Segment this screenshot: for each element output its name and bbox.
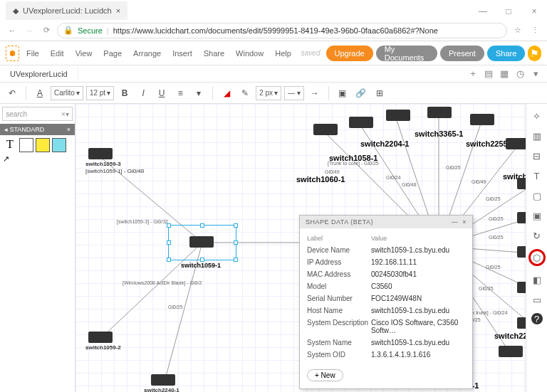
- node-spoke[interactable]: [517, 178, 526, 189]
- panel-minimize-icon[interactable]: —: [452, 218, 459, 226]
- nav-back-icon[interactable]: ←: [6, 26, 19, 35]
- upgrade-button[interactable]: Upgrade: [326, 46, 373, 61]
- node-spoke[interactable]: [517, 212, 526, 223]
- window-minimize-icon[interactable]: —: [470, 3, 496, 20]
- panel-close-icon[interactable]: ×: [462, 218, 467, 226]
- node-switch1059-1[interactable]: [189, 236, 214, 248]
- undo-icon[interactable]: ↶: [4, 85, 20, 101]
- menu-insert[interactable]: Insert: [168, 46, 197, 60]
- page-icon[interactable]: ▢: [531, 189, 543, 202]
- menu-window[interactable]: Window: [231, 46, 268, 60]
- comments-icon[interactable]: ⊟: [531, 149, 543, 162]
- add-page-icon[interactable]: +: [467, 68, 479, 79]
- node-spoke[interactable]: [517, 317, 526, 329]
- node-switch1059-2[interactable]: [88, 332, 113, 343]
- linestyle-select[interactable]: — ▾: [284, 86, 304, 100]
- shape-text[interactable]: T: [3, 138, 17, 152]
- url-text: https://www.lucidchart.com/documents/edi…: [113, 26, 438, 35]
- menu-arrange[interactable]: Arrange: [129, 46, 165, 60]
- shape-data-icon[interactable]: ⬡: [528, 249, 546, 266]
- menu-help[interactable]: Help: [271, 46, 296, 60]
- layout-icon[interactable]: ▣: [335, 85, 350, 101]
- text-panel-icon[interactable]: T: [531, 169, 543, 182]
- window-close-icon[interactable]: ×: [521, 3, 547, 20]
- window-maximize-icon[interactable]: □: [496, 3, 521, 20]
- panel-header[interactable]: SHAPE DATA (BETA) — ×: [300, 216, 472, 228]
- page-settings-icon[interactable]: ▥: [531, 129, 543, 142]
- shape-data-panel[interactable]: SHAPE DATA (BETA) — × LabelValue Device …: [299, 215, 473, 389]
- menu-file[interactable]: File: [22, 46, 43, 60]
- tab-close-icon[interactable]: ×: [116, 6, 120, 15]
- node-spoke[interactable]: [499, 346, 523, 357]
- menu-share[interactable]: Share: [199, 46, 229, 60]
- address-bar[interactable]: 🔒 Secure | https://www.lucidchart.com/do…: [57, 23, 507, 38]
- actions-icon[interactable]: ◧: [531, 273, 543, 286]
- tab-title: UVexplorerLucid: Lucidch: [23, 6, 112, 15]
- present-icon[interactable]: ▭: [531, 293, 543, 306]
- panel-close-icon[interactable]: ×: [67, 126, 71, 133]
- font-select[interactable]: Carlito ▾: [51, 86, 83, 100]
- data-row: Serial NumberFOC1249W48N: [307, 292, 465, 304]
- notifications-button[interactable]: ⚑: [528, 46, 541, 61]
- node-spoke[interactable]: [506, 138, 526, 149]
- data-row: IP Address192.168.11.11: [307, 256, 465, 268]
- node-spoke[interactable]: [517, 246, 526, 258]
- shape-block[interactable]: [52, 138, 66, 152]
- bold-icon[interactable]: B: [117, 85, 132, 101]
- node-spoke[interactable]: [313, 124, 338, 135]
- history-icon[interactable]: ↻: [531, 229, 543, 242]
- app-logo-icon[interactable]: [6, 46, 19, 61]
- saved-indicator: saved: [301, 49, 321, 57]
- arrow-icon[interactable]: →: [307, 85, 323, 101]
- data-row: MAC Address00245030fb41: [307, 268, 465, 280]
- search-expand-icon[interactable]: ▾: [66, 110, 69, 118]
- share-button[interactable]: Share: [487, 46, 525, 61]
- align-icon[interactable]: ≡: [172, 85, 188, 101]
- new-property-button[interactable]: + New: [307, 369, 343, 381]
- help-icon[interactable]: ?: [531, 313, 543, 324]
- more-text-icon[interactable]: ▾: [191, 85, 207, 101]
- menu-view[interactable]: View: [71, 46, 97, 60]
- node-spoke[interactable]: [386, 110, 410, 121]
- node-switch1059-3[interactable]: [88, 148, 113, 159]
- menu-edit[interactable]: Edit: [46, 46, 68, 60]
- search-input[interactable]: search × ▾: [2, 107, 73, 121]
- data-row: System DescriptionCisco IOS Software, C3…: [307, 317, 465, 337]
- secure-label: Secure: [78, 26, 103, 35]
- group-icon[interactable]: ⊞: [372, 85, 387, 101]
- link-icon[interactable]: 🔗: [353, 85, 369, 101]
- document-tab[interactable]: UVexplorerLucid: [0, 67, 78, 81]
- node-spoke[interactable]: [349, 117, 373, 128]
- node-spoke[interactable]: [517, 282, 526, 293]
- layers-icon[interactable]: ▤: [483, 68, 494, 79]
- grid-icon[interactable]: ▦: [499, 68, 510, 79]
- line-color-icon[interactable]: ✎: [237, 85, 253, 101]
- fontsize-select[interactable]: 12 pt ▾: [86, 86, 114, 100]
- underline-icon[interactable]: U: [154, 85, 170, 101]
- node-spoke[interactable]: [427, 107, 452, 118]
- data-row: Device Nameswitch1059-1.cs.byu.edu: [307, 244, 465, 256]
- linewidth-select[interactable]: 2 px ▾: [256, 86, 281, 100]
- bookmark-icon[interactable]: ☆: [511, 26, 524, 35]
- present-button[interactable]: Present: [440, 46, 484, 61]
- navigator-icon[interactable]: ✧: [531, 110, 543, 122]
- node-spoke[interactable]: [470, 114, 494, 125]
- canvas[interactable]: switch1059-3 [switch1059-1] - Gi0/48 [sw…: [75, 104, 526, 392]
- shape-note[interactable]: [36, 138, 50, 152]
- italic-icon[interactable]: I: [135, 85, 151, 101]
- settings-dropdown-icon[interactable]: ▾: [530, 68, 541, 79]
- shape-rect[interactable]: [19, 138, 33, 152]
- browser-tab[interactable]: ◆ UVexplorerLucid: Lucidch ×: [6, 1, 127, 20]
- browser-menu-icon[interactable]: ⋮: [528, 26, 541, 35]
- text-color-icon[interactable]: A: [32, 85, 48, 101]
- master-icon[interactable]: ▣: [531, 209, 543, 222]
- menu-page[interactable]: Page: [99, 46, 126, 60]
- panel-standard[interactable]: ◂ STANDARD×: [0, 124, 75, 135]
- shape-line[interactable]: ↗: [3, 154, 17, 169]
- fill-icon[interactable]: ◢: [219, 85, 234, 101]
- tab-favicon: ◆: [13, 6, 19, 16]
- revision-icon[interactable]: ◷: [514, 68, 526, 79]
- node-switch2240-1[interactable]: [151, 374, 175, 386]
- mydocs-button[interactable]: My Documents: [376, 46, 437, 61]
- nav-reload-icon[interactable]: ⟳: [40, 26, 53, 35]
